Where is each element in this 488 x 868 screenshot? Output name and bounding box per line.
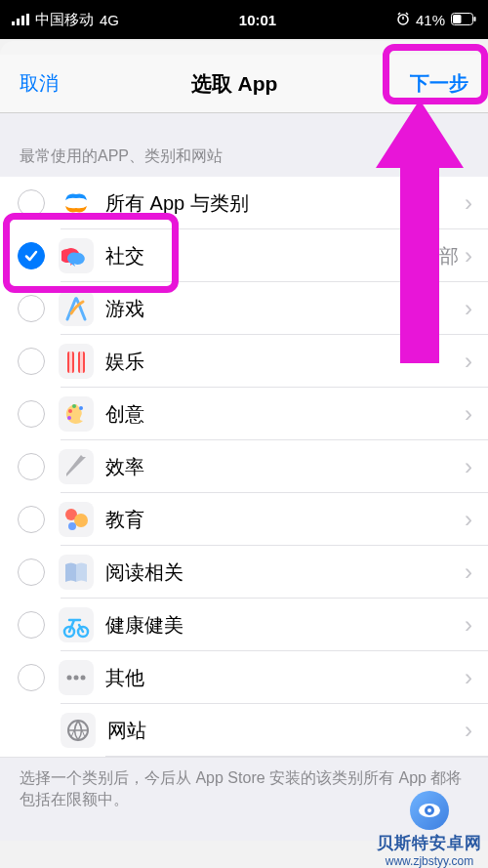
svg-rect-9: [453, 15, 462, 23]
row-other[interactable]: 其他 ›: [0, 651, 488, 704]
row-label: 游戏: [105, 296, 465, 322]
svg-rect-1: [17, 19, 20, 25]
row-creativity[interactable]: 创意 ›: [0, 388, 488, 440]
svg-rect-14: [80, 351, 83, 373]
row-label: 社交: [105, 243, 420, 269]
status-bar: 中国移动 4G 10:01 41%: [0, 0, 488, 39]
row-label: 阅读相关: [105, 559, 465, 586]
footer-note: 选择一个类别后，今后从 App Store 安装的该类别所有 App 都将包括在…: [0, 757, 488, 841]
productivity-icon: [59, 449, 94, 484]
section-header: 最常使用的APP、类别和网站: [0, 113, 488, 177]
row-label: 所有 App 与类别: [105, 190, 465, 217]
checkbox[interactable]: [18, 348, 45, 375]
checkbox[interactable]: [18, 453, 45, 480]
checkbox[interactable]: [18, 611, 45, 639]
next-button[interactable]: 下一步: [410, 70, 468, 97]
chevron-right-icon: ›: [465, 717, 472, 744]
websites-icon: [61, 713, 96, 748]
row-productivity[interactable]: 效率 ›: [0, 440, 488, 493]
row-detail: 全部: [420, 243, 459, 269]
checkbox[interactable]: [18, 506, 45, 533]
row-websites[interactable]: 网站 ›: [0, 704, 488, 757]
apps-icon: [59, 186, 94, 221]
chevron-right-icon: ›: [465, 664, 472, 691]
row-label: 教育: [105, 507, 465, 533]
chevron-right-icon: ›: [465, 558, 472, 586]
svg-point-24: [67, 676, 72, 681]
nav-header: 取消 选取 App 下一步: [0, 55, 488, 113]
chevron-right-icon: ›: [465, 242, 472, 269]
row-reading[interactable]: 阅读相关 ›: [0, 546, 488, 599]
row-social[interactable]: 社交 全部 ›: [0, 229, 488, 282]
row-label: 娱乐: [105, 349, 465, 375]
carrier-label: 中国移动: [35, 11, 94, 29]
cancel-button[interactable]: 取消: [20, 70, 59, 97]
row-entertainment[interactable]: 娱乐 ›: [0, 335, 488, 388]
entertainment-icon: [59, 344, 94, 379]
svg-point-20: [74, 514, 88, 527]
network-label: 4G: [100, 12, 119, 28]
row-label: 其他: [105, 665, 465, 691]
svg-point-21: [68, 522, 76, 530]
games-icon: [59, 291, 94, 326]
svg-point-25: [74, 676, 79, 681]
checkbox[interactable]: [18, 242, 45, 269]
category-list: 所有 App 与类别 › 社交 全部 › 游戏 › 娱乐 › 创意 ›: [0, 177, 488, 757]
svg-point-16: [72, 404, 76, 408]
row-label: 创意: [105, 401, 465, 428]
svg-rect-2: [21, 16, 24, 25]
svg-point-26: [81, 676, 86, 681]
row-label: 健康健美: [105, 612, 465, 639]
row-label: 效率: [105, 454, 465, 480]
checkbox[interactable]: [18, 400, 45, 428]
creativity-icon: [59, 396, 94, 432]
row-games[interactable]: 游戏 ›: [0, 282, 488, 335]
chevron-right-icon: ›: [465, 611, 472, 639]
social-icon: [59, 238, 94, 273]
other-icon: [59, 660, 94, 695]
svg-line-7: [406, 13, 408, 15]
health-icon: [59, 607, 94, 642]
checkbox[interactable]: [18, 558, 45, 586]
row-label: 网站: [107, 718, 465, 744]
svg-rect-12: [69, 351, 72, 373]
svg-point-15: [68, 409, 72, 413]
checkbox[interactable]: [18, 664, 45, 691]
watermark-url: www.zjbstyy.com: [386, 854, 473, 868]
chevron-right-icon: ›: [465, 189, 472, 217]
chevron-right-icon: ›: [465, 295, 472, 322]
signal-icon: [12, 12, 29, 28]
chevron-right-icon: ›: [465, 400, 472, 428]
svg-rect-3: [26, 14, 29, 25]
alarm-icon: [396, 12, 410, 28]
time-label: 10:01: [239, 12, 276, 28]
checkbox[interactable]: [18, 189, 45, 217]
svg-point-17: [79, 406, 83, 410]
page-title: 选取 App: [191, 70, 278, 98]
svg-line-6: [398, 13, 400, 15]
chevron-right-icon: ›: [465, 348, 472, 375]
svg-rect-10: [473, 17, 475, 21]
education-icon: [59, 502, 94, 537]
svg-rect-0: [12, 21, 15, 25]
chevron-right-icon: ›: [465, 453, 472, 480]
battery-label: 41%: [416, 12, 445, 28]
row-health[interactable]: 健康健美 ›: [0, 599, 488, 651]
checkbox[interactable]: [18, 295, 45, 322]
row-all-apps[interactable]: 所有 App 与类别 ›: [0, 177, 488, 229]
battery-icon: [451, 12, 476, 28]
row-education[interactable]: 教育 ›: [0, 493, 488, 546]
svg-point-18: [67, 416, 71, 420]
modal-backdrop: [0, 41, 488, 55]
chevron-right-icon: ›: [465, 506, 472, 533]
reading-icon: [59, 555, 94, 590]
